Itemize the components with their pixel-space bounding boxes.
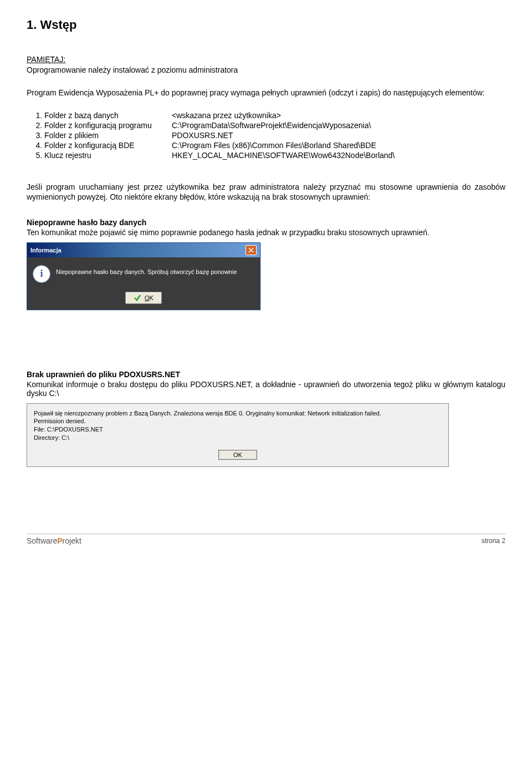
list-right: <wskazana przez użytkownika> [172,111,505,120]
list-item: Klucz rejestru HKEY_LOCAL_MACHINE\SOFTWA… [44,151,505,160]
list-item: Folder z konfiguracją programu C:\Progra… [44,121,505,130]
dialog-titlebar: Informacja [27,243,260,257]
dialog2-line: File: C:\PDOXUSRS.NET [34,425,442,434]
info-icon: i [33,265,50,283]
remember-text: Oprogramowanie należy instalować z pozio… [27,65,505,74]
dialog2-line: Pojawił się nierozpoznany problem z Bazą… [34,409,442,418]
list-right: C:\Program Files (x86)\Common Files\Borl… [172,141,505,150]
dialog-message: Niepoprawne hasło bazy danych. Spróbuj o… [56,265,237,275]
error2-desc: Komunikat informuje o braku dostępu do p… [27,380,505,398]
dialog2-line: Permission denied. [34,417,442,425]
list-right: PDOXUSRS.NET [172,131,505,140]
error1-desc: Ten komunikat może pojawić się mimo popr… [27,228,505,237]
error2-heading: Brak uprawnień do pliku PDOXUSRS.NET [27,370,505,379]
error1-dialog: Informacja i Niepoprawne hasło bazy dany… [27,242,260,310]
error2-dialog: Pojawił się nierozpoznany problem z Bazą… [27,403,449,467]
list-left: Klucz rejestru [44,151,172,160]
logo-text-p: P [57,536,62,545]
list-left: Folder z konfiguracją BDE [44,141,172,150]
error1-heading: Niepoprawne hasło bazy danych [27,218,505,227]
list-left: Folder z konfiguracją programu [44,121,172,130]
intro-paragraph: Program Ewidencja Wyposażenia PL+ do pop… [27,88,505,98]
explanation-paragraph: Jeśli program uruchamiany jest przez uży… [27,182,505,202]
logo-text-left: Software [27,536,57,545]
list-right: HKEY_LOCAL_MACHINE\SOFTWARE\Wow6432Node\… [172,151,505,160]
list-left: Folder z plikiem [44,131,172,140]
ok-button-label: OK [145,295,154,301]
page-number: strona 2 [482,537,505,545]
list-item: Folder z plikiem PDOXUSRS.NET [44,131,505,140]
list-right: C:\ProgramData\SoftwareProjekt\Ewidencja… [172,121,505,130]
list-item: Folder z konfiguracją BDE C:\Program Fil… [44,141,505,150]
remember-label: PAMIĘTAJ: [27,55,65,64]
close-icon[interactable] [245,245,257,255]
ok-button[interactable]: OK [218,450,257,460]
list-item: Folder z bazą danych <wskazana przez uży… [44,111,505,120]
logo-text-right: rojekt [63,536,81,545]
check-icon [134,294,141,302]
dialog-title: Informacja [30,247,62,253]
dialog2-line: Directory: C:\ [34,434,442,442]
remember-block: PAMIĘTAJ: Oprogramowanie należy instalow… [27,54,505,74]
ok-button[interactable]: OK [125,292,162,304]
footer-logo: SoftwareProjekt [27,536,81,545]
list-left: Folder z bazą danych [44,111,172,120]
requirements-list: Folder z bazą danych <wskazana przez uży… [27,111,505,160]
dialog2-message: Pojawił się nierozpoznany problem z Bazą… [34,409,442,442]
section-heading: 1. Wstęp [27,18,505,32]
page-footer: SoftwareProjekt strona 2 [27,534,505,545]
